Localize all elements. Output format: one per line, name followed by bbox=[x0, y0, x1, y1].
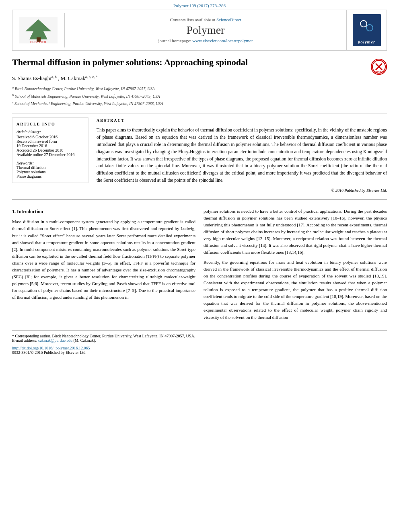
abstract-header: ABSTRACT bbox=[97, 117, 387, 123]
issn-line: 0032-3861/© 2016 Published by Elsevier L… bbox=[12, 350, 387, 355]
footnote-area: * Corresponding author. Birck Nanotechno… bbox=[12, 330, 387, 355]
divider-2 bbox=[12, 199, 387, 200]
elsevier-tree-icon: ELSEVIER bbox=[19, 17, 58, 43]
journal-citation: Polymer 109 (2017) 278–286 bbox=[0, 0, 399, 10]
sciencedirect-link[interactable]: ScienceDirect bbox=[216, 17, 241, 22]
section-title-text: Introduction bbox=[17, 209, 43, 214]
article-title: Thermal diffusion in polymer solutions: … bbox=[12, 57, 248, 68]
revised-date: 19 December 2016 bbox=[16, 144, 84, 148]
doi-text[interactable]: http://dx.doi.org/10.1016/j.polymer.2016… bbox=[12, 346, 90, 350]
authors-line: S. Shams Es-haghia, b , M. Cakmaka, b, c… bbox=[12, 75, 387, 82]
crossmark-badge[interactable]: CrossMark bbox=[371, 59, 387, 75]
body-two-col: 1. Introduction Mass diffusion in a mult… bbox=[12, 208, 387, 324]
svg-text:ELSEVIER: ELSEVIER bbox=[30, 40, 46, 43]
issn-text: 0032-3861/© 2016 Published by Elsevier L… bbox=[12, 350, 86, 355]
received-date: Received 6 October 2016 bbox=[16, 135, 84, 139]
author1-sup: a, b bbox=[51, 75, 57, 79]
article-info-column: ARTICLE INFO Article history: Received 6… bbox=[12, 117, 88, 193]
copyright-line: © 2016 Published by Elsevier Ltd. bbox=[97, 187, 387, 193]
article-info-box: ARTICLE INFO Article history: Received 6… bbox=[12, 117, 88, 183]
author2-name: , M. Cakmak bbox=[58, 75, 85, 81]
keyword-1: Thermal diffusion bbox=[16, 165, 84, 170]
body-left-col: 1. Introduction Mass diffusion in a mult… bbox=[12, 208, 195, 324]
doi-line: http://dx.doi.org/10.1016/j.polymer.2016… bbox=[12, 346, 387, 350]
intro-para-right1: polymer solutions is needed to have a be… bbox=[204, 208, 387, 256]
sciencedirect-line: Contents lists available at ScienceDirec… bbox=[69, 17, 342, 22]
email-person: (M. Cakmak). bbox=[74, 338, 96, 343]
available-date: Available online 27 December 2016 bbox=[16, 152, 84, 157]
body-section: 1. Introduction Mass diffusion in a mult… bbox=[12, 208, 387, 324]
author2-sup: a, b, c, * bbox=[85, 75, 98, 79]
keywords-box: Keywords: Thermal diffusion Polymer solu… bbox=[16, 161, 84, 179]
polymer-badge-text: polymer bbox=[358, 39, 376, 44]
history-group: Article history: Received 6 October 2016… bbox=[16, 129, 84, 157]
crossmark-icon: CrossMark bbox=[372, 60, 386, 74]
affiliation-c: c School of Mechanical Engineering, Purd… bbox=[12, 100, 387, 107]
info-abstract-area: ARTICLE INFO Article history: Received 6… bbox=[12, 117, 387, 193]
corresponding-text: * Corresponding author. Birck Nanotechno… bbox=[12, 334, 195, 338]
corresponding-note: * Corresponding author. Birck Nanotechno… bbox=[12, 334, 387, 338]
intro-para-right2: Recently, the governing equations for ma… bbox=[204, 259, 387, 320]
abstract-section: ABSTRACT This paper aims to theoreticall… bbox=[97, 117, 387, 193]
keyword-3: Phase diagrams bbox=[16, 174, 84, 179]
divider-1 bbox=[12, 113, 387, 113]
polymer-logo-badge: polymer bbox=[353, 14, 381, 46]
intro-title: 1. Introduction bbox=[12, 208, 195, 216]
elsevier-logo-area: ELSEVIER bbox=[12, 13, 65, 47]
homepage-label: journal homepage: bbox=[158, 38, 191, 43]
journal-name: Polymer bbox=[69, 24, 342, 37]
email-label: E-mail address: bbox=[12, 338, 37, 343]
main-content: Thermal diffusion in polymer solutions: … bbox=[12, 51, 387, 361]
affiliation-b: b School of Materials Engineering, Purdu… bbox=[12, 92, 387, 100]
journal-header-box: ELSEVIER Contents lists available at Sci… bbox=[12, 10, 387, 51]
article-info-header: ARTICLE INFO bbox=[16, 122, 84, 126]
title-area: Thermal diffusion in polymer solutions: … bbox=[12, 57, 387, 75]
history-label: Article history: bbox=[16, 129, 84, 134]
affiliations: a Birck Nanotechnology Center, Purdue Un… bbox=[12, 85, 387, 107]
citation-text: Polymer 109 (2017) 278–286 bbox=[173, 3, 226, 8]
contents-text: Contents lists available at bbox=[170, 17, 215, 22]
revised-label: Received in revised form bbox=[16, 139, 84, 144]
intro-para1: Mass diffusion in a multi-component syst… bbox=[12, 218, 195, 301]
journal-header-center: Contents lists available at ScienceDirec… bbox=[65, 13, 346, 47]
svg-text:CrossMark: CrossMark bbox=[372, 70, 385, 73]
homepage-line: journal homepage: www.elsevier.com/locat… bbox=[69, 38, 342, 43]
keywords-label: Keywords: bbox=[16, 161, 34, 165]
abstract-column: ABSTRACT This paper aims to theoreticall… bbox=[97, 117, 387, 193]
author1-name: S. Shams Es-haghi bbox=[12, 75, 51, 81]
body-right-col: polymer solutions is needed to have a be… bbox=[204, 208, 387, 324]
homepage-url[interactable]: www.elsevier.com/locate/polymer bbox=[192, 38, 253, 43]
abstract-text: This paper aims to theoretically explain… bbox=[97, 127, 387, 184]
polymer-journal-logo: polymer bbox=[346, 10, 387, 50]
email-note: E-mail address: cakmak@purdue.edu (M. Ca… bbox=[12, 338, 387, 343]
section-num: 1. bbox=[12, 209, 16, 214]
accepted-date: Accepted 26 December 2016 bbox=[16, 148, 84, 152]
polymer-logo-graphic bbox=[356, 18, 378, 36]
affiliation-a: a Birck Nanotechnology Center, Purdue Un… bbox=[12, 85, 387, 92]
keyword-2: Polymer solutions bbox=[16, 170, 84, 174]
email-address[interactable]: cakmak@purdue.edu bbox=[38, 338, 72, 343]
